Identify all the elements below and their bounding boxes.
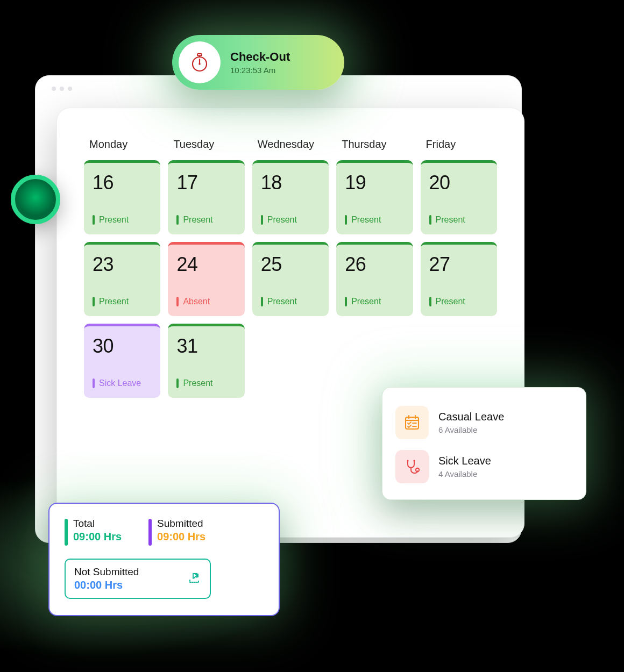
- day-status-label: Present: [99, 215, 129, 225]
- submitted-indicator-bar: [148, 519, 152, 546]
- day-cell[interactable]: 30Sick Leave: [84, 324, 160, 398]
- status-indicator-bar: [93, 378, 95, 388]
- submitted-label: Submitted: [157, 518, 205, 530]
- day-number: 25: [261, 253, 320, 276]
- checkout-button[interactable]: Check-Out 10:23:53 Am: [172, 35, 344, 90]
- svg-point-2: [198, 63, 201, 65]
- status-indicator-bar: [93, 297, 95, 306]
- svg-rect-3: [197, 54, 202, 56]
- window-controls: [52, 87, 72, 91]
- day-status: Present: [176, 378, 236, 388]
- casual-leave-available: 6 Available: [438, 425, 504, 434]
- day-number: 20: [429, 171, 488, 194]
- day-status-label: Present: [267, 215, 297, 225]
- status-indicator-bar: [261, 297, 263, 306]
- status-indicator-bar: [176, 215, 179, 225]
- status-indicator-bar: [176, 378, 179, 388]
- day-cell[interactable]: 17Present: [168, 160, 244, 234]
- status-indicator-bar: [345, 297, 347, 306]
- status-indicator-bar: [345, 215, 347, 225]
- day-status: Present: [93, 297, 152, 306]
- window-dot: [60, 87, 64, 91]
- day-cell[interactable]: 23Present: [84, 242, 160, 316]
- svg-point-11: [407, 460, 408, 461]
- sick-leave-item[interactable]: Sick Leave 4 Available: [395, 445, 573, 489]
- day-cell[interactable]: 24Absent: [168, 242, 244, 316]
- hours-summary-card: Total 09:00 Hrs Submitted 09:00 Hrs Not …: [48, 503, 280, 616]
- export-icon: [187, 571, 201, 587]
- total-hours-block: Total 09:00 Hrs: [65, 518, 122, 546]
- day-status-label: Present: [351, 297, 381, 306]
- stopwatch-icon: [179, 41, 221, 83]
- day-status: Present: [429, 215, 488, 225]
- not-submitted-button[interactable]: Not Submitted 00:00 Hrs: [65, 559, 211, 599]
- day-number: 17: [176, 171, 236, 194]
- stethoscope-icon: [395, 450, 429, 483]
- day-number: 19: [345, 171, 404, 194]
- day-number: 27: [429, 253, 488, 276]
- weekday-header: Tuesday: [168, 138, 244, 151]
- not-submitted-label: Not Submitted: [74, 566, 139, 578]
- status-indicator-bar: [429, 215, 431, 225]
- status-indicator-bar: [261, 215, 263, 225]
- day-cell[interactable]: 26Present: [336, 242, 413, 316]
- sick-leave-available: 4 Available: [438, 469, 491, 478]
- day-number: 30: [93, 335, 152, 358]
- day-cell[interactable]: 19Present: [336, 160, 413, 234]
- window-dot: [52, 87, 56, 91]
- day-status: Present: [429, 297, 488, 306]
- window-dot: [68, 87, 72, 91]
- day-number: 23: [93, 253, 152, 276]
- avatar[interactable]: [11, 175, 60, 224]
- day-cell[interactable]: 25Present: [252, 242, 329, 316]
- day-status-label: Sick Leave: [99, 378, 141, 388]
- sick-leave-title: Sick Leave: [438, 455, 491, 467]
- day-status-label: Present: [436, 297, 465, 306]
- calendar-check-icon: [395, 406, 429, 439]
- day-status: Sick Leave: [93, 378, 152, 388]
- status-indicator-bar: [93, 215, 95, 225]
- day-cell[interactable]: 16Present: [84, 160, 160, 234]
- total-value: 09:00 Hrs: [73, 531, 122, 543]
- casual-leave-title: Casual Leave: [438, 411, 504, 423]
- day-status-label: Present: [183, 215, 212, 225]
- submitted-hours-block: Submitted 09:00 Hrs: [148, 518, 205, 546]
- day-cell[interactable]: 27Present: [421, 242, 497, 316]
- day-number: 24: [176, 253, 236, 276]
- leave-balance-card: Casual Leave 6 Available Sick Leave 4 Av…: [382, 387, 586, 500]
- weekday-header: Friday: [421, 138, 497, 151]
- casual-leave-item[interactable]: Casual Leave 6 Available: [395, 401, 573, 445]
- svg-point-12: [413, 460, 415, 461]
- status-indicator-bar: [176, 297, 179, 306]
- total-label: Total: [73, 518, 122, 530]
- day-status: Present: [93, 215, 152, 225]
- day-status-label: Present: [99, 297, 129, 306]
- day-number: 16: [93, 171, 152, 194]
- day-cell[interactable]: 20Present: [421, 160, 497, 234]
- total-indicator-bar: [65, 519, 68, 546]
- day-status: Present: [261, 297, 320, 306]
- day-status: Present: [176, 215, 236, 225]
- day-cell[interactable]: 18Present: [252, 160, 329, 234]
- day-cell[interactable]: 31Present: [168, 324, 244, 398]
- day-status-label: Present: [351, 215, 381, 225]
- checkout-title: Check-Out: [230, 50, 290, 64]
- day-status-label: Present: [267, 297, 297, 306]
- day-status-label: Present: [436, 215, 465, 225]
- day-status-label: Present: [183, 378, 212, 388]
- not-submitted-value: 00:00 Hrs: [74, 579, 139, 591]
- day-status: Absent: [176, 297, 236, 306]
- day-status: Present: [345, 297, 404, 306]
- day-number: 18: [261, 171, 320, 194]
- weekday-header: Monday: [84, 138, 160, 151]
- day-status: Present: [345, 215, 404, 225]
- weekday-header: Wednesday: [252, 138, 329, 151]
- svg-point-13: [416, 468, 419, 471]
- day-number: 31: [176, 335, 236, 358]
- day-status-label: Absent: [183, 297, 210, 306]
- day-status: Present: [261, 215, 320, 225]
- submitted-value: 09:00 Hrs: [157, 531, 205, 543]
- weekday-header: Thursday: [336, 138, 413, 151]
- checkout-time: 10:23:53 Am: [230, 66, 290, 75]
- status-indicator-bar: [429, 297, 431, 306]
